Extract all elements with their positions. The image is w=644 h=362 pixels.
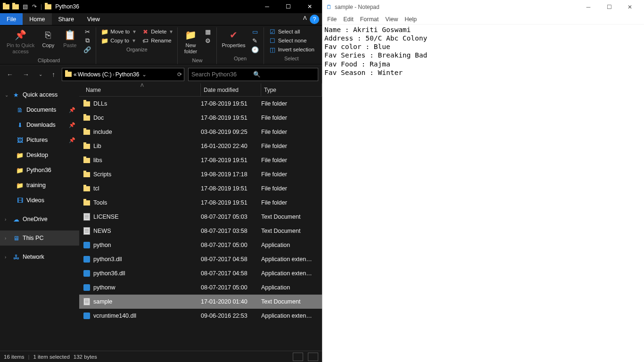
recent-button[interactable]: ⌄ [36, 70, 45, 79]
minimize-button[interactable]: ─ [578, 0, 599, 14]
new-item-button[interactable]: ▦ [202, 27, 214, 36]
tree-python36[interactable]: 📁Python36 [0, 163, 79, 178]
addr-root[interactable]: « [74, 71, 77, 78]
ribbon-group-new: 📁 New folder ▦ ⚙ New [178, 27, 217, 64]
properties-button[interactable]: ✔ Properties [220, 27, 247, 49]
tree-downloads[interactable]: ⬇Downloads📌 [0, 117, 79, 132]
file-row[interactable]: Doc17-08-2019 19:51File folder [79, 111, 322, 125]
menu-view[interactable]: View [385, 16, 398, 23]
paste-button[interactable]: 📋 Paste [60, 27, 80, 49]
tree-network[interactable]: ›🖧Network [0, 249, 79, 264]
select-all-button[interactable]: ☑Select all [267, 27, 316, 36]
address-bar[interactable]: « Windows (C:) › Python36 ⌄ ⟳ [62, 68, 184, 81]
tree-desktop[interactable]: 📁Desktop [0, 148, 79, 163]
help-button[interactable]: ? [310, 15, 319, 24]
file-date: 08-07-2017 05:00 [201, 284, 261, 291]
menu-file[interactable]: File [327, 16, 337, 23]
copy-button[interactable]: ⎘ Copy [38, 27, 58, 49]
file-row[interactable]: DLLs17-08-2019 19:51File folder [79, 97, 322, 111]
close-button[interactable]: ✕ [299, 0, 320, 13]
pin-quick-access-button[interactable]: 📌 Pin to Quick access [5, 27, 36, 56]
maximize-button[interactable]: ☐ [278, 0, 299, 13]
tab-home[interactable]: Home [23, 13, 51, 25]
file-row[interactable]: NEWS08-07-2017 03:58Text Document [79, 224, 322, 238]
move-to-button[interactable]: 📁Move to▾ [99, 27, 138, 36]
tab-file[interactable]: File [0, 13, 23, 25]
edit-button[interactable]: ✎ [249, 36, 261, 45]
maximize-button[interactable]: ☐ [599, 0, 619, 14]
addr-drive[interactable]: Windows (C:) [78, 71, 112, 78]
ribbon-collapse-icon[interactable]: ᐱ [300, 13, 310, 25]
ribbon-group-organize: 📁Move to▾ 📁Copy to▾ ✖Delete▾ 🏷Rename Org… [96, 27, 178, 64]
menu-edit[interactable]: Edit [343, 16, 354, 23]
file-row[interactable]: Lib16-01-2020 22:40File folder [79, 139, 322, 153]
col-date[interactable]: Date modified [201, 83, 261, 96]
notepad-titlebar[interactable]: 🗒 sample - Notepad ─ ☐ ✕ [322, 0, 644, 14]
paste-shortcut-button[interactable]: 🔗 [82, 45, 93, 54]
refresh-button[interactable]: ⟳ [177, 71, 182, 78]
tree-this-pc[interactable]: ›🖥This PC [0, 230, 79, 246]
file-row[interactable]: python08-07-2017 05:00Application [79, 238, 322, 252]
search-box[interactable]: Search Python36 🔍 [188, 68, 318, 81]
easy-access-button[interactable]: ⚙ [202, 36, 214, 45]
invert-selection-button[interactable]: ◫Invert selection [267, 45, 316, 54]
app-icon [83, 255, 91, 263]
qat-folder-icon[interactable] [2, 2, 10, 11]
back-button[interactable]: ← [4, 69, 16, 80]
file-row[interactable]: include03-08-2019 09:25File folder [79, 125, 322, 139]
folder-icon [64, 70, 73, 79]
file-row[interactable]: python3.dll08-07-2017 04:58Application e… [79, 252, 322, 266]
notepad-textarea[interactable]: Name : Akriti Goswami Address : 50/C Abc… [322, 25, 644, 362]
tree-quick-access[interactable]: ⌄★Quick access [0, 87, 79, 102]
file-row[interactable]: sample17-01-2020 01:40Text Document [79, 295, 322, 309]
copy-path-button[interactable]: ⧉ [82, 36, 93, 45]
tab-share[interactable]: Share [52, 13, 81, 25]
tree-documents[interactable]: 🗎Documents📌 [0, 102, 79, 117]
menu-format[interactable]: Format [360, 16, 379, 23]
file-name: LICENSE [93, 214, 119, 220]
file-row[interactable]: python36.dll08-07-2017 04:58Application … [79, 266, 322, 280]
file-row[interactable]: libs17-08-2019 19:51File folder [79, 153, 322, 167]
delete-button[interactable]: ✖Delete▾ [140, 27, 174, 36]
history-button[interactable]: 🕘 [249, 45, 261, 54]
file-row[interactable]: pythonw08-07-2017 05:00Application [79, 280, 322, 295]
qat-undo-icon[interactable]: ↷ [30, 2, 39, 11]
file-row[interactable]: Tools17-08-2019 19:51File folder [79, 196, 322, 210]
folder-icon [83, 100, 91, 107]
tree-onedrive[interactable]: ›☁OneDrive [0, 212, 79, 227]
file-row[interactable]: tcl17-08-2019 19:51File folder [79, 181, 322, 196]
minimize-button[interactable]: ─ [256, 0, 278, 13]
addr-folder[interactable]: Python36 [116, 71, 140, 78]
search-icon[interactable]: 🔍 [253, 71, 315, 78]
folder-icon [83, 171, 91, 178]
file-row[interactable]: LICENSE08-07-2017 05:03Text Document [79, 210, 322, 224]
close-button[interactable]: ✕ [619, 0, 640, 14]
titlebar[interactable]: ▧ ↷ | Python36 ─ ☐ ✕ [0, 0, 322, 13]
file-row[interactable]: Scripts19-08-2019 17:18File folder [79, 167, 322, 181]
select-none-button[interactable]: ☐Select none [267, 36, 316, 45]
tab-view[interactable]: View [81, 13, 107, 25]
cut-button[interactable]: ✂ [82, 27, 93, 36]
forward-button[interactable]: → [20, 69, 32, 80]
chevron-right-icon[interactable]: › [113, 71, 115, 78]
open-button[interactable]: ▭ [249, 27, 261, 36]
new-folder-button[interactable]: 📁 New folder [181, 27, 200, 56]
file-name: sample [93, 298, 112, 305]
file-row[interactable]: vcruntime140.dll09-06-2016 22:53Applicat… [79, 309, 322, 323]
file-type: File folder [261, 185, 322, 192]
menu-help[interactable]: Help [405, 16, 417, 23]
tree-videos[interactable]: 🎞Videos [0, 193, 79, 208]
view-details-button[interactable] [293, 353, 303, 361]
view-thumbnails-button[interactable] [308, 353, 318, 361]
tree-pictures[interactable]: 🖼Pictures📌 [0, 132, 79, 148]
folder-icon: 📁 [101, 28, 108, 35]
rename-button[interactable]: 🏷Rename [140, 36, 174, 45]
qat-properties-icon[interactable]: ▧ [21, 2, 29, 11]
qat-folder-icon[interactable] [11, 2, 20, 11]
invert-icon: ◫ [269, 46, 276, 53]
col-type[interactable]: Type [261, 83, 322, 96]
copy-to-button[interactable]: 📁Copy to▾ [99, 36, 138, 45]
tree-training[interactable]: 📁training [0, 178, 79, 193]
addr-dropdown-icon[interactable]: ⌄ [142, 71, 147, 78]
up-button[interactable]: ↑ [49, 69, 58, 80]
